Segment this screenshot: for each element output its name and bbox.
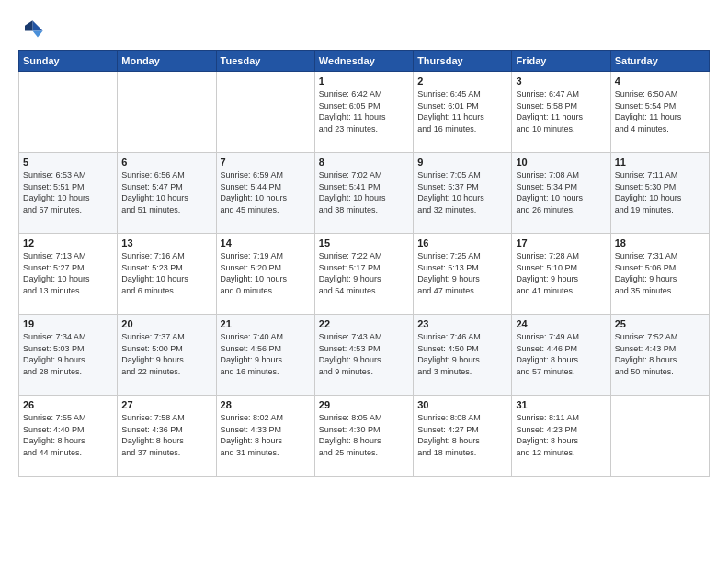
day-info: Sunrise: 6:53 AM Sunset: 5:51 PM Dayligh…	[23, 169, 113, 215]
week-row-2: 5Sunrise: 6:53 AM Sunset: 5:51 PM Daylig…	[19, 153, 710, 234]
day-info: Sunrise: 7:16 AM Sunset: 5:23 PM Dayligh…	[121, 250, 211, 296]
day-cell: 29Sunrise: 8:05 AM Sunset: 4:30 PM Dayli…	[314, 396, 413, 477]
day-cell: 15Sunrise: 7:22 AM Sunset: 5:17 PM Dayli…	[314, 234, 413, 315]
header-cell-monday: Monday	[118, 51, 216, 72]
page: SundayMondayTuesdayWednesdayThursdayFrid…	[0, 0, 728, 563]
day-cell: 23Sunrise: 7:46 AM Sunset: 4:50 PM Dayli…	[414, 315, 512, 396]
day-cell: 20Sunrise: 7:37 AM Sunset: 5:00 PM Dayli…	[118, 315, 216, 396]
day-cell: 14Sunrise: 7:19 AM Sunset: 5:20 PM Dayli…	[216, 234, 314, 315]
day-number: 1	[319, 75, 409, 86]
week-row-1: 1Sunrise: 6:42 AM Sunset: 6:05 PM Daylig…	[19, 72, 710, 153]
day-cell: 22Sunrise: 7:43 AM Sunset: 4:53 PM Dayli…	[314, 315, 413, 396]
day-number: 24	[516, 318, 606, 329]
day-cell: 16Sunrise: 7:25 AM Sunset: 5:13 PM Dayli…	[414, 234, 512, 315]
day-number: 17	[516, 237, 606, 248]
day-cell: 18Sunrise: 7:31 AM Sunset: 5:06 PM Dayli…	[610, 234, 709, 315]
day-number: 26	[23, 399, 113, 410]
day-cell: 27Sunrise: 7:58 AM Sunset: 4:36 PM Dayli…	[118, 396, 216, 477]
day-number: 29	[319, 399, 409, 410]
day-cell: 21Sunrise: 7:40 AM Sunset: 4:56 PM Dayli…	[216, 315, 314, 396]
day-cell: 7Sunrise: 6:59 AM Sunset: 5:44 PM Daylig…	[216, 153, 314, 234]
header-cell-sunday: Sunday	[19, 51, 118, 72]
day-cell: 13Sunrise: 7:16 AM Sunset: 5:23 PM Dayli…	[118, 234, 216, 315]
day-cell	[610, 396, 709, 477]
day-info: Sunrise: 7:49 AM Sunset: 4:46 PM Dayligh…	[516, 331, 606, 377]
day-cell: 3Sunrise: 6:47 AM Sunset: 5:58 PM Daylig…	[512, 72, 610, 153]
day-number: 21	[221, 318, 311, 329]
day-info: Sunrise: 6:56 AM Sunset: 5:47 PM Dayligh…	[121, 169, 211, 215]
day-cell: 24Sunrise: 7:49 AM Sunset: 4:46 PM Dayli…	[512, 315, 610, 396]
day-number: 23	[417, 318, 507, 329]
day-cell: 9Sunrise: 7:05 AM Sunset: 5:37 PM Daylig…	[414, 153, 512, 234]
day-number: 19	[23, 318, 113, 329]
day-info: Sunrise: 7:37 AM Sunset: 5:00 PM Dayligh…	[121, 331, 211, 377]
day-number: 25	[615, 318, 705, 329]
day-cell	[19, 72, 118, 153]
day-number: 30	[417, 399, 507, 410]
day-number: 22	[319, 318, 409, 329]
day-cell: 25Sunrise: 7:52 AM Sunset: 4:43 PM Dayli…	[610, 315, 709, 396]
day-info: Sunrise: 7:11 AM Sunset: 5:30 PM Dayligh…	[615, 169, 705, 215]
day-number: 20	[121, 318, 211, 329]
day-number: 14	[221, 237, 311, 248]
day-info: Sunrise: 7:05 AM Sunset: 5:37 PM Dayligh…	[417, 169, 507, 215]
header	[18, 17, 710, 42]
day-cell: 2Sunrise: 6:45 AM Sunset: 6:01 PM Daylig…	[414, 72, 512, 153]
day-number: 27	[121, 399, 211, 410]
day-number: 31	[516, 399, 606, 410]
day-number: 16	[417, 237, 507, 248]
header-cell-wednesday: Wednesday	[314, 51, 413, 72]
day-info: Sunrise: 7:28 AM Sunset: 5:10 PM Dayligh…	[516, 250, 606, 296]
calendar-table: SundayMondayTuesdayWednesdayThursdayFrid…	[18, 50, 710, 477]
day-info: Sunrise: 7:02 AM Sunset: 5:41 PM Dayligh…	[319, 169, 409, 215]
day-info: Sunrise: 7:34 AM Sunset: 5:03 PM Dayligh…	[23, 331, 113, 377]
day-info: Sunrise: 8:08 AM Sunset: 4:27 PM Dayligh…	[417, 412, 507, 458]
header-cell-saturday: Saturday	[610, 51, 709, 72]
day-info: Sunrise: 7:43 AM Sunset: 4:53 PM Dayligh…	[319, 331, 409, 377]
day-cell: 1Sunrise: 6:42 AM Sunset: 6:05 PM Daylig…	[314, 72, 413, 153]
svg-marker-1	[32, 30, 42, 37]
day-cell: 12Sunrise: 7:13 AM Sunset: 5:27 PM Dayli…	[19, 234, 118, 315]
day-cell: 28Sunrise: 8:02 AM Sunset: 4:33 PM Dayli…	[216, 396, 314, 477]
day-number: 11	[615, 156, 705, 167]
day-cell	[216, 72, 314, 153]
day-number: 5	[23, 156, 113, 167]
day-info: Sunrise: 7:13 AM Sunset: 5:27 PM Dayligh…	[23, 250, 113, 296]
day-cell: 17Sunrise: 7:28 AM Sunset: 5:10 PM Dayli…	[512, 234, 610, 315]
day-number: 8	[319, 156, 409, 167]
day-cell	[118, 72, 216, 153]
day-info: Sunrise: 8:05 AM Sunset: 4:30 PM Dayligh…	[319, 412, 409, 458]
header-cell-tuesday: Tuesday	[216, 51, 314, 72]
day-info: Sunrise: 6:45 AM Sunset: 6:01 PM Dayligh…	[417, 88, 507, 134]
day-number: 2	[417, 75, 507, 86]
day-number: 18	[615, 237, 705, 248]
week-row-5: 26Sunrise: 7:55 AM Sunset: 4:40 PM Dayli…	[19, 396, 710, 477]
day-info: Sunrise: 7:08 AM Sunset: 5:34 PM Dayligh…	[516, 169, 606, 215]
logo-icon	[18, 17, 44, 42]
day-cell: 5Sunrise: 6:53 AM Sunset: 5:51 PM Daylig…	[19, 153, 118, 234]
logo	[18, 17, 48, 42]
svg-marker-2	[25, 20, 32, 30]
day-cell: 8Sunrise: 7:02 AM Sunset: 5:41 PM Daylig…	[314, 153, 413, 234]
day-cell: 19Sunrise: 7:34 AM Sunset: 5:03 PM Dayli…	[19, 315, 118, 396]
day-info: Sunrise: 7:31 AM Sunset: 5:06 PM Dayligh…	[615, 250, 705, 296]
header-row: SundayMondayTuesdayWednesdayThursdayFrid…	[19, 51, 710, 72]
day-number: 3	[516, 75, 606, 86]
day-info: Sunrise: 6:59 AM Sunset: 5:44 PM Dayligh…	[221, 169, 311, 215]
day-cell: 30Sunrise: 8:08 AM Sunset: 4:27 PM Dayli…	[414, 396, 512, 477]
week-row-4: 19Sunrise: 7:34 AM Sunset: 5:03 PM Dayli…	[19, 315, 710, 396]
day-info: Sunrise: 8:11 AM Sunset: 4:23 PM Dayligh…	[516, 412, 606, 458]
day-number: 6	[121, 156, 211, 167]
day-number: 13	[121, 237, 211, 248]
day-cell: 4Sunrise: 6:50 AM Sunset: 5:54 PM Daylig…	[610, 72, 709, 153]
day-info: Sunrise: 7:46 AM Sunset: 4:50 PM Dayligh…	[417, 331, 507, 377]
week-row-3: 12Sunrise: 7:13 AM Sunset: 5:27 PM Dayli…	[19, 234, 710, 315]
day-info: Sunrise: 7:40 AM Sunset: 4:56 PM Dayligh…	[221, 331, 311, 377]
day-cell: 10Sunrise: 7:08 AM Sunset: 5:34 PM Dayli…	[512, 153, 610, 234]
day-cell: 6Sunrise: 6:56 AM Sunset: 5:47 PM Daylig…	[118, 153, 216, 234]
day-info: Sunrise: 6:47 AM Sunset: 5:58 PM Dayligh…	[516, 88, 606, 134]
day-info: Sunrise: 7:25 AM Sunset: 5:13 PM Dayligh…	[417, 250, 507, 296]
day-number: 4	[615, 75, 705, 86]
day-info: Sunrise: 6:50 AM Sunset: 5:54 PM Dayligh…	[615, 88, 705, 134]
svg-marker-0	[32, 20, 42, 30]
